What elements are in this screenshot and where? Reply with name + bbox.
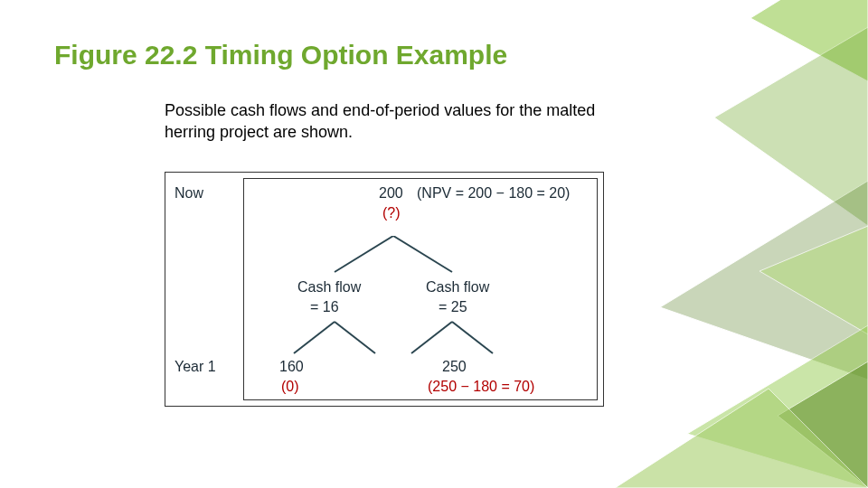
svg-line-10 xyxy=(335,322,375,353)
slide-subtitle: Possible cash flows and end-of-period va… xyxy=(165,99,635,144)
tree-branches xyxy=(267,236,565,371)
label-now: Now xyxy=(175,185,203,202)
svg-marker-3 xyxy=(760,226,868,334)
top-node-question: (?) xyxy=(382,205,401,221)
figure-frame: Now Year 1 200 (NPV = 200 − 180 = 20) (?… xyxy=(165,172,604,407)
svg-marker-5 xyxy=(778,361,868,488)
svg-line-7 xyxy=(335,236,393,272)
svg-line-8 xyxy=(393,236,452,272)
label-year-1: Year 1 xyxy=(175,359,216,375)
slide-title: Figure 22.2 Timing Option Example xyxy=(54,40,507,70)
svg-line-12 xyxy=(452,322,493,353)
svg-marker-1 xyxy=(714,27,868,226)
svg-line-9 xyxy=(294,322,335,353)
leaf-right-sub: (250 − 180 = 70) xyxy=(428,379,534,395)
svg-marker-2 xyxy=(660,181,868,380)
top-node-value: 200 xyxy=(379,185,403,202)
leaf-left-sub: (0) xyxy=(281,379,299,395)
svg-marker-0 xyxy=(750,0,868,81)
svg-marker-4 xyxy=(687,325,868,488)
top-node-npv: (NPV = 200 − 180 = 20) xyxy=(417,185,570,202)
svg-line-11 xyxy=(411,322,452,353)
svg-marker-6 xyxy=(615,389,868,488)
